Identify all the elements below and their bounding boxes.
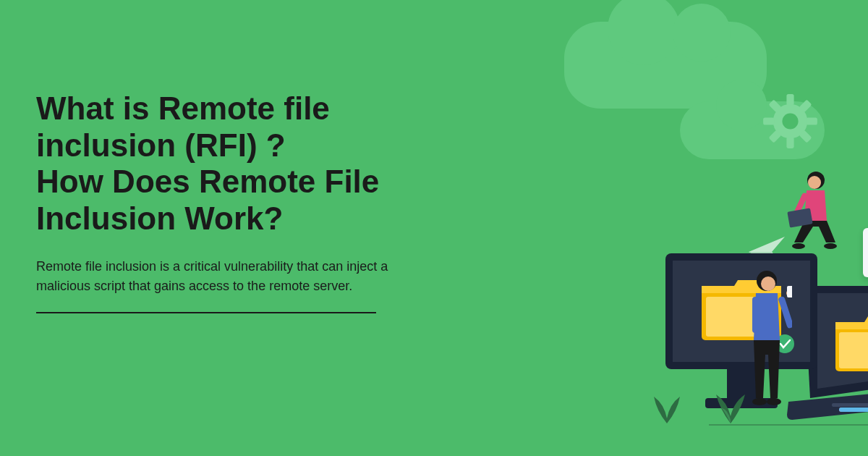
plant-icon xyxy=(712,387,749,427)
svg-rect-4 xyxy=(763,117,774,124)
svg-rect-12 xyxy=(839,332,868,368)
svg-rect-3 xyxy=(786,138,793,148)
svg-point-34 xyxy=(792,243,805,249)
svg-rect-26 xyxy=(787,286,792,297)
title-line: Inclusion Work? xyxy=(36,200,283,236)
page-title: What is Remote file inclusion (RFI) ? Ho… xyxy=(36,90,412,237)
gear-icon xyxy=(760,90,821,152)
svg-point-29 xyxy=(767,398,781,405)
illustration-area xyxy=(347,0,868,456)
title-line: inclusion (RFI) ? xyxy=(36,127,286,163)
svg-point-31 xyxy=(808,176,821,189)
svg-point-1 xyxy=(782,113,798,129)
svg-rect-14 xyxy=(839,408,868,412)
svg-point-28 xyxy=(752,398,767,405)
text-content-block: What is Remote file inclusion (RFI) ? Ho… xyxy=(36,90,412,313)
ground-line xyxy=(709,424,868,426)
divider-line xyxy=(36,312,376,313)
svg-rect-5 xyxy=(807,117,817,124)
plant-icon xyxy=(651,391,684,427)
svg-rect-2 xyxy=(786,94,793,105)
person-sitting-icon xyxy=(781,170,846,253)
svg-rect-24 xyxy=(778,296,792,329)
svg-rect-27 xyxy=(752,297,759,333)
svg-rect-10 xyxy=(832,403,868,407)
description-text: Remote file inclusion is a critical vuln… xyxy=(36,257,412,296)
title-line: What is Remote file xyxy=(36,90,330,126)
svg-point-23 xyxy=(761,276,775,291)
document-icon xyxy=(863,228,868,277)
title-line: How Does Remote File xyxy=(36,164,379,199)
svg-point-35 xyxy=(824,243,837,249)
